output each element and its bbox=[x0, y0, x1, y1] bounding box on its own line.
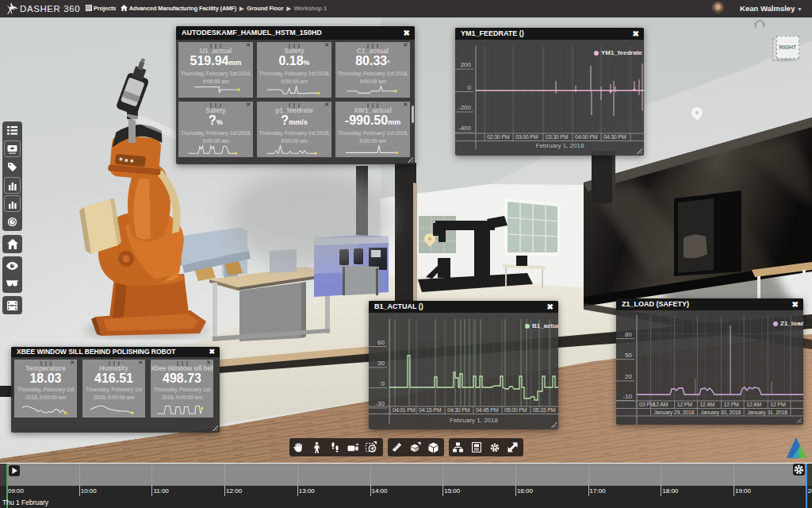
svg-text:12 PM: 12 PM bbox=[770, 402, 786, 407]
svg-text:0: 0 bbox=[468, 84, 472, 91]
svg-text:50: 50 bbox=[625, 352, 632, 359]
svg-text:12 AM: 12 AM bbox=[746, 402, 761, 407]
svg-text:04:30 PM: 04:30 PM bbox=[603, 134, 626, 140]
svg-text:04:15 PM: 04:15 PM bbox=[419, 407, 442, 413]
svg-text:04:45 PM: 04:45 PM bbox=[476, 407, 499, 413]
svg-text:0: 0 bbox=[381, 380, 385, 387]
svg-text:-10: -10 bbox=[622, 393, 632, 400]
svg-text:January 29, 2018: January 29, 2018 bbox=[654, 410, 695, 416]
svg-text:January 31, 2018: January 31, 2018 bbox=[747, 410, 787, 416]
svg-text:03:00 PM: 03:00 PM bbox=[515, 134, 538, 140]
svg-text:04:01 PM: 04:01 PM bbox=[393, 407, 416, 413]
svg-text:200: 200 bbox=[461, 61, 472, 68]
svg-text:03:30 PM: 03:30 PM bbox=[546, 134, 569, 140]
svg-text:80: 80 bbox=[625, 331, 632, 338]
svg-text:30: 30 bbox=[377, 360, 385, 367]
svg-text:-200: -200 bbox=[458, 104, 472, 111]
svg-text:04:30 PM: 04:30 PM bbox=[447, 407, 470, 413]
svg-text:05:00 PM: 05:00 PM bbox=[504, 407, 527, 413]
svg-text:12 PM: 12 PM bbox=[724, 402, 740, 407]
svg-text:12 PM: 12 PM bbox=[677, 402, 693, 407]
svg-text:12 AM: 12 AM bbox=[699, 402, 714, 407]
svg-text:12 AM: 12 AM bbox=[653, 402, 668, 407]
svg-text:February 1, 2018: February 1, 2018 bbox=[536, 142, 584, 149]
svg-text:02:30 PM: 02:30 PM bbox=[487, 134, 510, 140]
svg-text:05:15 PM: 05:15 PM bbox=[533, 407, 556, 413]
svg-text:February 1, 2018: February 1, 2018 bbox=[450, 417, 498, 424]
svg-text:-400: -400 bbox=[458, 125, 472, 132]
svg-text:20: 20 bbox=[625, 373, 632, 380]
svg-text:60: 60 bbox=[377, 339, 385, 346]
svg-text:04:00 PM: 04:00 PM bbox=[575, 134, 598, 140]
svg-text:January 30, 2018: January 30, 2018 bbox=[700, 410, 741, 416]
